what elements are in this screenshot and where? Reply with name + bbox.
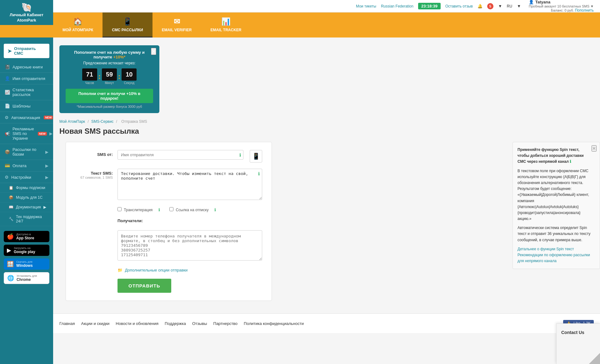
google-play-badge[interactable]: ▶ Загрузить на Google play bbox=[4, 245, 49, 256]
footer-link-2[interactable]: Новости и обновления bbox=[116, 321, 158, 326]
nav-email-tracker[interactable]: 📊 EMAIL TRACKER bbox=[201, 12, 251, 37]
sidebar-item-address-books[interactable]: 📓 Адресные книги bbox=[0, 61, 53, 73]
footer-link-6[interactable]: Политика конфиденциальности bbox=[244, 321, 304, 326]
send-sms-button[interactable]: ➤ Отправить СМС bbox=[4, 44, 49, 58]
form-side: SMS от: ℹ 📱 Текст SMS: 67 символов, 1 SM… bbox=[59, 142, 500, 301]
spin-panel-link2[interactable]: Рекомендации по оформлению рассылки для … bbox=[518, 253, 590, 263]
sms-text-textarea[interactable]: Тестирование доставки. Чтобы изменить те… bbox=[118, 169, 262, 200]
sidebar-item-tech-support[interactable]: 🔧 Тех поддержка 24/7 bbox=[0, 212, 53, 226]
breadcrumb-link-0[interactable]: Мой АтомПарк bbox=[59, 119, 85, 124]
promo-subtitle: Предложение истекает через: bbox=[66, 61, 153, 65]
footer-link-5[interactable]: Партнерство bbox=[213, 321, 238, 326]
language-selector[interactable]: RU bbox=[507, 4, 512, 8]
send-arrow-icon: ➤ bbox=[8, 48, 12, 54]
sidebar-item-subscription-forms[interactable]: 📋 Формы подписки bbox=[0, 183, 53, 193]
notification-count[interactable]: 5 bbox=[487, 3, 493, 9]
lang-dropdown-icon[interactable]: ▼ bbox=[517, 4, 521, 8]
sidebar-item-payment[interactable]: 💳 Оплата ▶ bbox=[0, 160, 53, 172]
submit-button[interactable]: ОТПРАВИТЬ bbox=[118, 279, 171, 293]
user-detail: Пробный аккаунт 10 бесплатных SMS ▼ bbox=[529, 4, 594, 8]
timer-display: 23:18:39 bbox=[418, 3, 441, 9]
phone-preview-button[interactable]: 📱 bbox=[250, 150, 262, 162]
contact-us-panel[interactable]: Contact Us bbox=[556, 323, 600, 364]
nav-my-atompark[interactable]: 🏠 МОЙ АТОМПАРК bbox=[53, 12, 102, 37]
sidebar-item-documentation[interactable]: 📖 Документация ▶ bbox=[0, 202, 53, 212]
sidebar-item-db-mailings[interactable]: 📦 Рассылки по базам ▶ bbox=[0, 144, 53, 160]
app-store-badge[interactable]: 🍎 Доступно в App Store bbox=[4, 231, 49, 242]
sidebar-item-sender-name[interactable]: 👤 Имя отправителя bbox=[0, 73, 53, 84]
countdown-timer: 71 Часов : 59 Минут : 10 Секунд bbox=[66, 68, 153, 85]
promo-refill-button[interactable]: Пополни счет и получи +10% в подарок! bbox=[66, 89, 153, 103]
breadcrumb-link-1[interactable]: SMS-Сервис bbox=[91, 119, 113, 124]
windows-badge[interactable]: 🪟 Скачать для Windows bbox=[4, 258, 49, 270]
countdown-minutes: 59 bbox=[102, 68, 117, 81]
sidebar-label-2: Статистика рассылок bbox=[12, 87, 48, 97]
promo-close-button[interactable]: ✕ bbox=[151, 48, 156, 55]
sms-from-input[interactable] bbox=[118, 150, 243, 160]
sidebar-label-5: Рекламные SMS по Украине bbox=[12, 127, 34, 141]
main-top-area: ✕ Пополните счет на любую сумму и получи… bbox=[53, 37, 600, 118]
hours-label: Часов bbox=[85, 81, 94, 85]
sidebar-item-automation[interactable]: ⚙ Автоматизация NEW ▶ bbox=[0, 112, 53, 123]
sms-icon: 📱 bbox=[123, 17, 132, 26]
unsubscribe-label[interactable]: Ссылка на отписку bbox=[169, 207, 208, 212]
unsubscribe-checkbox[interactable] bbox=[169, 207, 173, 211]
footer-link-3[interactable]: Поддержка bbox=[165, 321, 186, 326]
promo-banner: ✕ Пополните счет на любую сумму и получи… bbox=[59, 45, 159, 113]
spin-panel-link1[interactable]: Детальнее о функции Spin текст bbox=[518, 247, 574, 251]
sender-icon: 👤 bbox=[5, 76, 10, 81]
sidebar-label-6: Рассылки по базам bbox=[12, 147, 43, 157]
recipients-textarea[interactable] bbox=[118, 230, 262, 261]
promo-title: Пополните счет на любую сумму и получите… bbox=[66, 50, 153, 59]
user-balance: Баланс: 0 руб. Пополнить bbox=[529, 8, 594, 12]
logo-text: Личный Кабинет AtomPark bbox=[10, 12, 43, 23]
windows-text: Скачать для Windows bbox=[16, 260, 33, 268]
sms-text-label: Текст SMS: 67 символов, 1 SMS bbox=[75, 169, 113, 179]
sidebar-item-templates[interactable]: 📄 Шаблоны bbox=[0, 100, 53, 112]
spin-panel-close-button[interactable]: ✕ bbox=[592, 145, 597, 152]
forms-icon: 📋 bbox=[9, 186, 13, 190]
nav-row: 🐚 Личный Кабинет AtomPark 🏠 МОЙ АТОМПАРК… bbox=[0, 12, 600, 37]
additional-options-link[interactable]: Дополнительные опции отправки bbox=[125, 268, 188, 272]
refill-link[interactable]: Пополнить bbox=[575, 8, 594, 12]
page-title: Новая SMS рассылка bbox=[53, 127, 600, 142]
content-area: SMS от: ℹ 📱 Текст SMS: 67 символов, 1 SM… bbox=[53, 142, 600, 301]
footer-link-4[interactable]: Отзывы bbox=[192, 321, 207, 326]
transliteration-checkbox[interactable] bbox=[118, 207, 122, 211]
logo-area[interactable]: 🐚 Личный Кабинет AtomPark bbox=[0, 0, 53, 25]
email-tracker-icon: 📊 bbox=[221, 17, 231, 26]
apple-icon: 🍎 bbox=[7, 233, 14, 240]
address-books-icon: 📓 bbox=[5, 64, 10, 69]
sms-text-row: Текст SMS: 67 символов, 1 SMS Тестирован… bbox=[75, 169, 262, 201]
stats-icon: 📈 bbox=[5, 90, 10, 95]
leave-review-link[interactable]: Оставить отзыв bbox=[445, 4, 473, 8]
nav-sms-mailings[interactable]: 📱 СМС РАССЫЛКИ bbox=[102, 12, 152, 37]
breadcrumb-sep-2: / bbox=[116, 119, 118, 124]
footer-link-1[interactable]: Акции и скидки bbox=[81, 321, 109, 326]
minutes-block: 59 Минут bbox=[102, 68, 117, 85]
spin-info-icon[interactable]: ℹ bbox=[570, 159, 571, 164]
spin-panel-link1-wrap: Детальнее о функции Spin текст bbox=[518, 246, 595, 252]
sms-text-input-wrap: Тестирование доставки. Чтобы изменить те… bbox=[118, 169, 262, 201]
sms-from-info-icon[interactable]: ℹ bbox=[239, 152, 241, 157]
nav-email-verifier[interactable]: ✉ EMAIL VERIFIER bbox=[152, 12, 201, 37]
my-tickets-link[interactable]: Мои тикеты bbox=[356, 4, 376, 8]
footer-link-0[interactable]: Главная bbox=[59, 321, 75, 326]
sms-ukraine-arrow: ▶ bbox=[49, 131, 52, 136]
sms-from-input-wrap: ℹ bbox=[118, 150, 243, 160]
sidebar-item-settings[interactable]: ⚙ Настройки ▶ bbox=[0, 172, 53, 183]
unsubscribe-info-icon[interactable]: ℹ bbox=[214, 207, 216, 212]
nav-label-3: EMAIL TRACKER bbox=[210, 28, 241, 32]
sms-text-info-icon[interactable]: ℹ bbox=[258, 171, 260, 176]
sidebar-sub-label-0: Формы подписки bbox=[16, 186, 45, 190]
chrome-badge[interactable]: 🌐 Установить для Chrome bbox=[4, 272, 49, 284]
translit-info-icon[interactable]: ℹ bbox=[158, 207, 160, 212]
support-icon: 🔧 bbox=[9, 217, 13, 221]
transliteration-label[interactable]: Транслитерация bbox=[118, 207, 152, 212]
home-icon: 🏠 bbox=[73, 17, 82, 26]
region-link[interactable]: Russian Federation bbox=[381, 4, 413, 8]
sidebar-item-stats[interactable]: 📈 Статистика рассылок bbox=[0, 84, 53, 100]
sidebar-item-module-1c[interactable]: 📦 Модуль для 1С bbox=[0, 193, 53, 202]
contact-us-widget[interactable]: Contact Us bbox=[556, 323, 600, 364]
sidebar-item-sms-ukraine[interactable]: 📢 Рекламные SMS по Украине NEW ▶ bbox=[0, 123, 53, 144]
